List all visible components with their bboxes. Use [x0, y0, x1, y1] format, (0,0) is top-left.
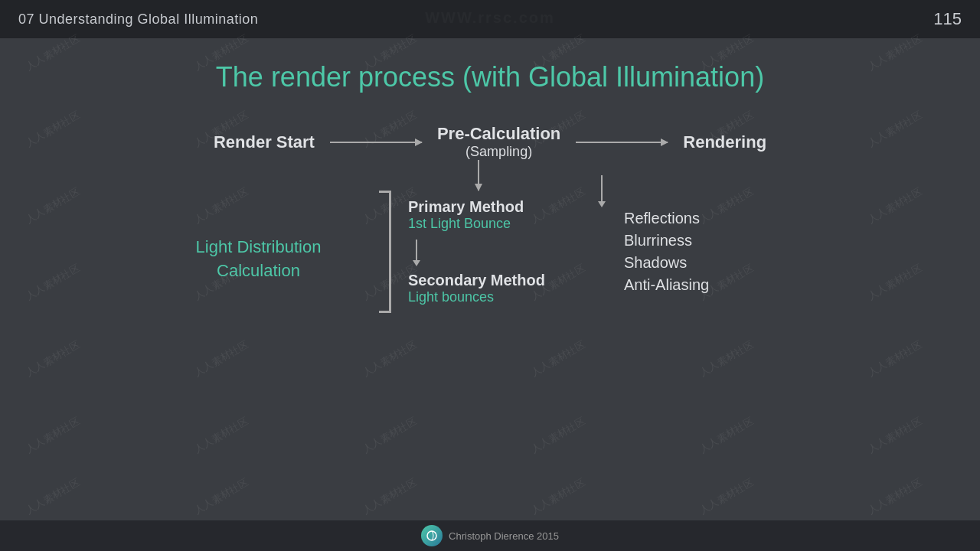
logo-icon	[421, 525, 443, 546]
secondary-method-sublabel: Light bounces	[408, 289, 586, 305]
page-title: The render process (with Global Illumina…	[216, 61, 764, 93]
slide-number: 115	[933, 9, 962, 29]
center-column: Primary Method 1st Light Bounce Secondar…	[371, 160, 586, 313]
arrow-precalc-to-rendering	[576, 142, 668, 143]
render-start-node: Render Start	[214, 132, 315, 152]
right-column: Reflections Blurriness Shadows Anti-Alia…	[586, 160, 835, 313]
arrow-line-1	[330, 142, 422, 143]
arrow-line-2	[576, 142, 668, 143]
render-start-label: Render Start	[214, 132, 315, 152]
logo-svg	[426, 530, 438, 542]
main-content: The render process (with Global Illumina…	[0, 38, 980, 520]
primary-method-node: Primary Method 1st Light Bounce	[400, 191, 586, 240]
light-distribution-line1: Light Distribution	[196, 236, 322, 259]
svg-point-0	[427, 531, 436, 540]
rendering-item-2: Shadows	[624, 254, 709, 272]
top-row: Render Start Pre-Calculation (Sampling) …	[145, 124, 835, 160]
rendering-item-1: Blurriness	[624, 232, 709, 249]
rendering-label: Rendering	[683, 132, 766, 152]
arrow-render-to-precalc	[330, 142, 422, 143]
slide-title: 07 Understanding Global Illumination	[18, 11, 258, 28]
rendering-items-list: Reflections Blurriness Shadows Anti-Alia…	[624, 210, 709, 294]
top-bar: 07 Understanding Global Illumination 115	[0, 0, 980, 38]
primary-method-label: Primary Method	[408, 198, 586, 216]
bottom-bar: Christoph Dierence 2015	[0, 520, 980, 551]
pre-calc-sub: (Sampling)	[437, 144, 560, 160]
pre-calculation-node: Pre-Calculation (Sampling)	[437, 124, 560, 160]
primary-method-sublabel: 1st Light Bounce	[408, 216, 586, 232]
left-column: Light Distribution Calculation	[145, 160, 371, 313]
pre-calc-label: Pre-Calculation	[437, 124, 560, 144]
secondary-method-label: Secondary Method	[408, 272, 586, 289]
rendering-node: Rendering	[683, 132, 766, 152]
rendering-item-0: Reflections	[624, 210, 709, 227]
bottom-logo: Christoph Dierence 2015	[421, 525, 559, 546]
logo-text: Christoph Dierence 2015	[449, 530, 559, 542]
secondary-method-node: Secondary Method Light bounces	[400, 264, 586, 313]
flow-diagram: Render Start Pre-Calculation (Sampling) …	[145, 124, 835, 313]
arrow-down-precalc	[478, 160, 479, 191]
light-distribution-line2: Calculation	[196, 259, 322, 283]
rendering-item-3: Anti-Aliasing	[624, 276, 709, 294]
light-distribution-label: Light Distribution Calculation	[196, 236, 322, 283]
